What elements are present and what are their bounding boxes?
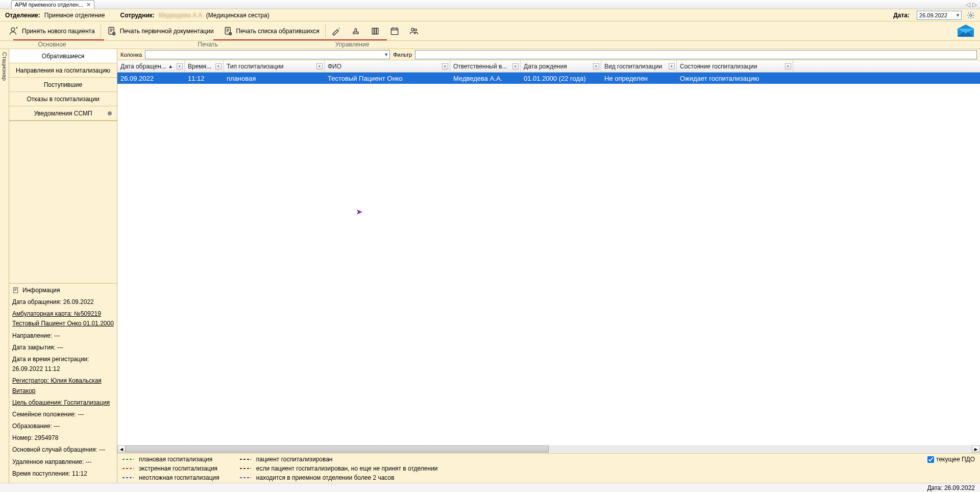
- horizontal-scrollbar[interactable]: ◀ ▶: [117, 445, 980, 453]
- filter-bar: Колонка ▼ Фильтр: [117, 49, 980, 60]
- table-cell: 26.09.2022: [117, 73, 185, 84]
- table-row[interactable]: 26.09.202211:12плановаяТестовый Пациент …: [117, 73, 980, 84]
- tool-users-button[interactable]: [404, 24, 424, 38]
- toolbar: Принять нового пациента Печать первичной…: [0, 21, 980, 41]
- svg-rect-7: [372, 28, 374, 34]
- info-reg-datetime: Дата и время регистрации: 26.09.2022 11:…: [12, 355, 114, 374]
- emp-name-blurred: Медведева А.А.: [159, 12, 204, 19]
- column-header[interactable]: Состояние госпитализации▾: [677, 60, 793, 72]
- column-header[interactable]: ФИО▾: [325, 60, 450, 72]
- info-date-req: Дата обращения: 26.09.2022: [12, 297, 114, 307]
- tab-prev-icon[interactable]: ◁: [966, 1, 970, 8]
- tab-next-icon[interactable]: ▷: [972, 1, 977, 8]
- info-main-case: Основной случай обращения: ---: [12, 445, 114, 455]
- tool-edit-button[interactable]: [327, 24, 346, 38]
- table-cell: Не определен: [601, 73, 677, 84]
- table-cell: 11:12: [185, 73, 224, 84]
- date-value: 26.09.2022: [919, 12, 947, 18]
- sidebar-list: ОбратившиесяНаправления на госпитализаци…: [9, 49, 117, 121]
- filter-dropdown-icon[interactable]: ▾: [512, 63, 519, 69]
- sidebar-item[interactable]: Отказы в госпитализации: [9, 92, 117, 106]
- legend: плановая госпитализацияэкстренная госпит…: [117, 453, 980, 483]
- scroll-right-icon[interactable]: ▶: [972, 446, 980, 453]
- tab-active[interactable]: АРМ приемного отделен... ✕: [11, 0, 94, 9]
- legend-swatch-icon: [122, 477, 134, 478]
- close-icon[interactable]: ✕: [86, 2, 91, 8]
- print-primary-label: Печать первичной документации: [120, 28, 214, 35]
- svg-rect-9: [376, 28, 378, 34]
- sidebar: ОбратившиесяНаправления на госпитализаци…: [9, 49, 117, 483]
- filter-dropdown-icon[interactable]: ▾: [785, 63, 791, 69]
- svg-rect-10: [391, 28, 398, 34]
- legend-item: если пациент госпитализирован, но еще не…: [240, 465, 438, 472]
- scroll-left-icon[interactable]: ◀: [117, 446, 126, 453]
- table-cell: плановая: [224, 73, 325, 84]
- column-header[interactable]: Дата рождения▾: [521, 60, 601, 72]
- cursor-icon: ➤: [356, 207, 362, 217]
- sidebar-item[interactable]: Уведомления ССМП: [9, 106, 117, 121]
- column-header[interactable]: Время...▾: [185, 60, 224, 72]
- column-dropdown[interactable]: ▼: [145, 50, 390, 59]
- chevron-down-icon: ▼: [384, 52, 388, 57]
- grid-header: Дата обращен...▲▾Время...▾Тип госпитализ…: [117, 60, 980, 73]
- tool-calendar-button[interactable]: [385, 24, 404, 38]
- column-header[interactable]: Дата обращен...▲▾: [117, 60, 185, 72]
- svg-point-0: [970, 14, 972, 16]
- toolbar-sections: Основное Печать Управление: [0, 41, 980, 49]
- legend-text: плановая госпитализация: [139, 456, 212, 463]
- table-cell: Медведева А.А.: [450, 73, 521, 84]
- filter-dropdown-icon[interactable]: ▾: [316, 63, 323, 69]
- emp-label: Сотрудник:: [120, 12, 154, 19]
- legend-item: находится в приемном отделении более 2 ч…: [240, 474, 438, 481]
- date-dropdown[interactable]: 26.09.2022 ▼: [917, 11, 962, 20]
- table-cell: 01.01.2000 (22 года): [521, 73, 601, 84]
- mail-icon[interactable]: [957, 24, 975, 38]
- filter-dropdown-icon[interactable]: ▾: [177, 63, 183, 69]
- legend-text: пациент госпитализирован: [256, 456, 333, 463]
- print-list-button[interactable]: Печать списка обратившихся: [218, 24, 324, 38]
- vertical-tab-stationary[interactable]: Стационар: [0, 49, 9, 483]
- info-purpose[interactable]: Цель обращения: Госпитализация: [12, 398, 114, 408]
- column-header[interactable]: Ответственный в...▾: [450, 60, 521, 72]
- tool-books-button[interactable]: [365, 24, 385, 38]
- info-direction: Направление: ---: [12, 331, 114, 341]
- accept-patient-button[interactable]: Принять нового пациента: [4, 24, 100, 38]
- table-cell: Тестовый Пациент Онко: [325, 73, 450, 84]
- accept-label: Принять нового пациента: [22, 28, 95, 35]
- print-primary-button[interactable]: Печать первичной документации: [102, 24, 218, 38]
- print-list-label: Печать списка обратившихся: [236, 28, 320, 35]
- legend-swatch-icon: [240, 477, 251, 478]
- filter-dropdown-icon[interactable]: ▾: [215, 63, 222, 69]
- tool-stamp-button[interactable]: [346, 24, 365, 38]
- section-print: Печать: [104, 41, 311, 49]
- notification-dot-icon: [108, 111, 112, 115]
- sidebar-item[interactable]: Направления на госпитализацию: [9, 63, 117, 78]
- svg-rect-6: [353, 32, 358, 33]
- gear-icon[interactable]: [967, 11, 975, 19]
- status-date: Дата: 26.09.2022: [927, 484, 975, 491]
- checkbox-input[interactable]: [927, 456, 934, 463]
- tab-bar: АРМ приемного отделен... ✕ ◁ ▷: [0, 0, 980, 9]
- filter-dropdown-icon[interactable]: ▾: [442, 63, 448, 69]
- sidebar-item[interactable]: Поступившие: [9, 78, 117, 92]
- grid-body[interactable]: 26.09.202211:12плановаяТестовый Пациент …: [117, 73, 980, 445]
- filter-dropdown-icon[interactable]: ▾: [593, 63, 599, 69]
- legend-text: если пациент госпитализирован, но еще не…: [256, 465, 438, 472]
- scroll-thumb[interactable]: [126, 446, 549, 453]
- info-close-date: Дата закрытия: ---: [12, 343, 114, 353]
- chevron-down-icon: ▼: [955, 13, 960, 18]
- dept-value: Приемное отделение: [44, 12, 105, 19]
- column-label: Колонка: [120, 52, 142, 58]
- info-amb-card[interactable]: Амбулаторная карта: №509219 Тестовый Пац…: [12, 309, 114, 329]
- legend-text: неотложная госпитализация: [139, 474, 219, 481]
- column-header[interactable]: Тип госпитализации▾: [224, 60, 325, 72]
- legend-swatch-icon: [240, 468, 251, 469]
- current-pdo-checkbox[interactable]: текущее ПДО: [927, 456, 975, 463]
- legend-swatch-icon: [122, 468, 134, 469]
- filter-input[interactable]: [415, 50, 977, 59]
- status-bar: Дата: 26.09.2022: [0, 483, 980, 492]
- info-registrar[interactable]: Регистратор: Юлия Ковальская Витакор: [12, 376, 114, 395]
- filter-dropdown-icon[interactable]: ▾: [669, 63, 675, 69]
- column-header[interactable]: Вид госпитализации▾: [601, 60, 677, 72]
- sidebar-item[interactable]: Обратившиеся: [9, 49, 117, 63]
